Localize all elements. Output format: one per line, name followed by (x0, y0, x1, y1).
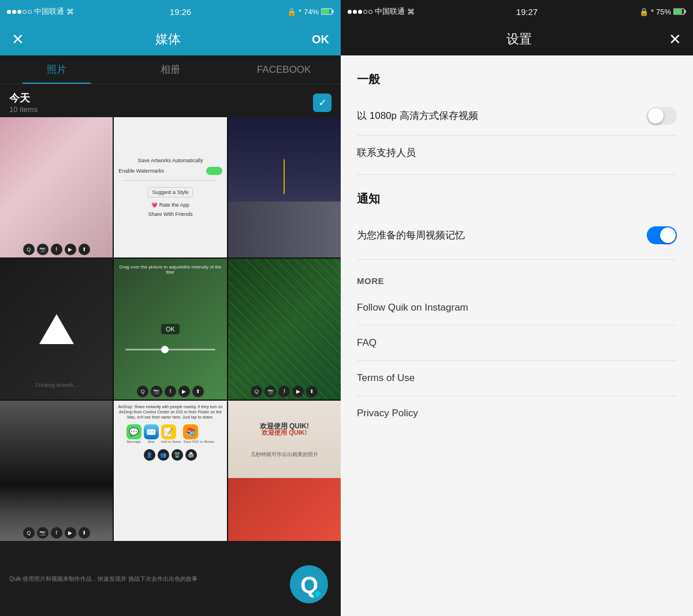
hd-video-toggle[interactable] (647, 107, 677, 125)
social-icon: 📷 (264, 386, 276, 397)
action-icon: 🖨️ (185, 449, 197, 461)
svg-point-6 (315, 591, 321, 597)
rdot1 (348, 10, 352, 14)
social-icon: ⬆ (306, 386, 318, 397)
right-wifi-icon: ⌘ (407, 8, 415, 16)
action-icons: 👤 👥 🗑️ 🖨️ (144, 449, 197, 461)
svg-rect-8 (684, 10, 685, 13)
light-pole (284, 159, 285, 194)
tab-facebook[interactable]: FACEBOOK (227, 55, 341, 84)
section-title: 今天 (9, 91, 38, 105)
toggle-thumb (648, 108, 664, 124)
left-carrier: 中国联通 (34, 6, 64, 17)
triangle-icon (39, 314, 74, 344)
tabs-bar: 照片 相册 FACEBOOK (0, 55, 341, 84)
notifications-title: 通知 (357, 191, 677, 207)
social-icon: f (51, 527, 62, 539)
photo-cell-6[interactable]: Q 📷 f ▶ ⬆ (228, 259, 341, 399)
rate-app-text: 💗 Rate the App (151, 202, 189, 208)
rdot3 (358, 10, 362, 14)
watermark-label: Enable Watermarks (118, 168, 202, 174)
more-title: MORE (357, 276, 677, 286)
contact-support-label: 联系支持人员 (357, 146, 416, 159)
rdot5 (368, 10, 372, 14)
weekly-memory-toggle[interactable] (647, 226, 677, 244)
social-icon: ⬆ (192, 386, 204, 397)
notes-app: 📝 Add to Notes (161, 424, 181, 443)
photo-grid: Q 📷 f ▶ ⬆ Save Artworks Automatically En… (0, 117, 341, 541)
social-icon: Q (137, 386, 148, 397)
section-header: 今天 10 items (0, 84, 341, 117)
right-close-button[interactable]: ✕ (669, 31, 681, 48)
dot2 (12, 10, 16, 14)
social-icon: f (165, 386, 176, 397)
contact-support-item[interactable]: 联系支持人员 (357, 136, 677, 170)
action-icon: 👥 (158, 449, 169, 461)
section-count: 10 items (9, 105, 38, 114)
social-icon: ⬆ (79, 244, 90, 255)
bottom-section: Quik 使用照片和视频来制作作品，快速发现并 挑战下次去作出出色的故事 Q (0, 541, 341, 616)
social-icon: Q (23, 244, 35, 255)
weekly-memory-label: 为您准备的每周视频记忆 (357, 229, 465, 242)
left-status-left: 中国联通 ⌘ (7, 6, 74, 17)
social-icon: 📷 (151, 386, 162, 397)
photo-cell-3[interactable] (228, 117, 341, 257)
left-status-bar: 中国联通 ⌘ 19:26 🔒 * 74% (0, 0, 341, 23)
signal-dots (7, 10, 32, 14)
bw-overlay (0, 401, 113, 541)
right-status-left: 中国联通 ⌘ (348, 6, 415, 17)
right-status-right: 🔒 * 75% (639, 8, 686, 16)
photo-cell-7[interactable]: Q 📷 f ▶ ⬆ (0, 401, 113, 541)
instagram-item[interactable]: Follow Quik on Instagram (357, 290, 677, 326)
photo-cell-2[interactable]: Save Artworks Automatically Enable Water… (114, 117, 226, 257)
messages-icon: 💬 (126, 424, 141, 439)
dot1 (7, 10, 11, 14)
green-overlay (228, 259, 341, 399)
social-icons-5: Q 📷 f ▶ ⬆ (114, 386, 226, 397)
right-header: 设置 ✕ (341, 23, 693, 55)
svg-rect-9 (674, 9, 682, 14)
photo-cell-4[interactable]: Creating artwork... (0, 259, 113, 399)
ibooks-icon: 📚 (183, 424, 198, 439)
social-icon: ▶ (65, 244, 76, 255)
mail-icon: ✉️ (144, 424, 159, 439)
suggest-style-btn: Suggest a Style (148, 187, 192, 197)
right-lock-icon: 🔒 (639, 8, 649, 16)
hd-video-item[interactable]: 以 1080p 高清方式保存视频 (357, 96, 677, 136)
terms-item[interactable]: Terms of Use (357, 361, 677, 396)
rdot2 (353, 10, 357, 14)
wifi-icon: ⌘ (66, 8, 74, 16)
social-icon: f (51, 244, 62, 255)
social-icon: 📷 (37, 527, 49, 539)
right-header-title: 设置 (506, 31, 532, 48)
instagram-label: Follow Quik on Instagram (357, 302, 468, 313)
settings-content: 一般 以 1080p 高清方式保存视频 联系支持人员 通知 为您准备的每周视频记… (341, 55, 693, 616)
mail-label: Mail (144, 440, 159, 443)
photo-cell-1[interactable]: Q 📷 f ▶ ⬆ (0, 117, 113, 257)
right-time: 19:27 (516, 7, 538, 17)
action-icon: 🗑️ (172, 449, 183, 461)
tab-photos[interactable]: 照片 (0, 55, 114, 84)
lock-icon: 🔒 (287, 8, 296, 16)
privacy-label: Privacy Policy (357, 408, 418, 419)
tab-albums[interactable]: 相册 (114, 55, 228, 84)
left-close-button[interactable]: ✕ (12, 32, 24, 47)
privacy-item[interactable]: Privacy Policy (357, 396, 677, 431)
photo-cell-9[interactable]: 欢迎使用 QUIK! 几秒钟就可作出出精美的照片 (228, 401, 341, 541)
right-bluetooth-icon: * (651, 8, 654, 16)
battery-level: 74% (304, 8, 319, 16)
photo-cell-8[interactable]: AirDrop: Share instantly with people nea… (114, 401, 226, 541)
messages-app: 💬 Message (126, 424, 141, 443)
night-court-overlay (239, 159, 329, 194)
terms-label: Terms of Use (357, 372, 415, 384)
watermark-toggle (206, 167, 222, 175)
weekly-memory-item[interactable]: 为您准备的每周视频记忆 (357, 216, 677, 255)
social-icon: f (278, 386, 290, 397)
divider (124, 180, 217, 181)
select-all-button[interactable] (313, 94, 331, 112)
social-icons-6: Q 📷 f ▶ ⬆ (228, 386, 341, 397)
faq-item[interactable]: FAQ (357, 326, 677, 361)
left-ok-button[interactable]: OK (312, 33, 329, 46)
faq-label: FAQ (357, 337, 377, 349)
photo-cell-5[interactable]: OK Q 📷 f ▶ ⬆ (114, 259, 226, 399)
